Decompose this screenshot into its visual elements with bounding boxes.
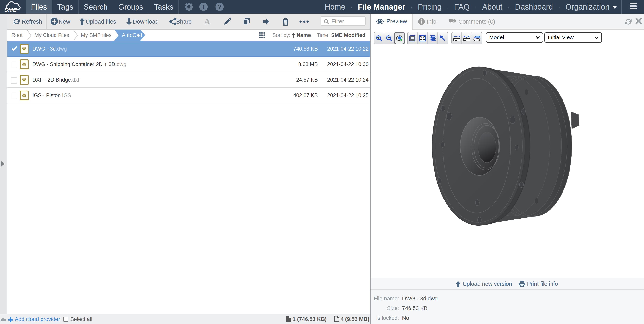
- svg-text:i: i: [203, 4, 204, 10]
- svg-text:SME: SME: [4, 7, 17, 13]
- svg-text:?: ?: [218, 4, 222, 10]
